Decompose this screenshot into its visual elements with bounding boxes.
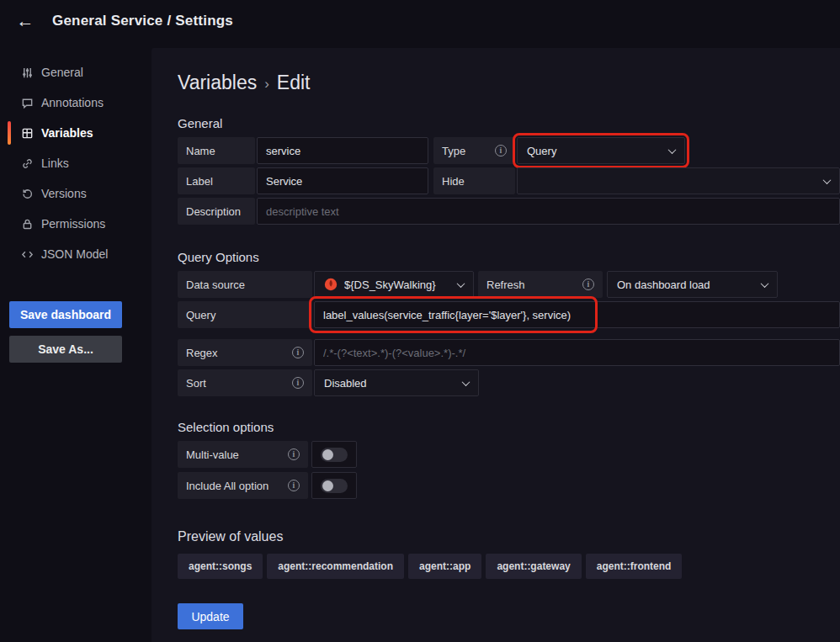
name-type-row: Name Type Query <box>178 137 840 164</box>
label-label: Label <box>178 167 255 194</box>
preview-value-chip: agent::gateway <box>486 554 581 579</box>
save-dashboard-button[interactable]: Save dashboard <box>9 301 122 328</box>
refresh-label-cell: Refresh <box>478 271 603 298</box>
sidebar-item-variables[interactable]: Variables <box>0 118 152 148</box>
page-title: General Service / Settings <box>52 13 233 29</box>
multi-value-label: Multi-value <box>186 448 239 461</box>
hide-label: Hide <box>433 167 515 194</box>
sidebar-item-versions[interactable]: Versions <box>0 178 152 209</box>
switch-track <box>321 479 348 493</box>
selection-options-heading: Selection options <box>178 420 840 434</box>
back-arrow-icon: ← <box>17 11 35 31</box>
regex-label: Regex <box>186 347 218 359</box>
code-icon <box>20 247 34 261</box>
switch-knob <box>322 449 333 460</box>
sidebar-item-label: Links <box>41 157 69 170</box>
label-input[interactable] <box>257 167 428 194</box>
refresh-select-value: On dashboard load <box>617 279 755 291</box>
type-select-value: Query <box>527 145 662 157</box>
chevron-down-icon <box>761 279 769 288</box>
chevron-down-icon <box>668 146 677 154</box>
include-all-label-cell: Include All option <box>178 472 308 499</box>
hide-select[interactable] <box>517 167 840 194</box>
preview-value-chip: agent::recommendation <box>267 554 404 579</box>
multi-value-toggle[interactable] <box>311 441 357 468</box>
sort-select-value: Disabled <box>324 377 456 390</box>
regex-label-cell: Regex <box>178 339 312 366</box>
breadcrumb-variables[interactable]: Variables <box>178 72 257 94</box>
link-icon <box>20 157 34 170</box>
description-input[interactable] <box>257 198 840 225</box>
sort-select[interactable]: Disabled <box>314 369 479 396</box>
multi-value-row: Multi-value <box>178 441 840 468</box>
comment-icon <box>20 96 34 109</box>
include-all-label: Include All option <box>186 480 268 492</box>
sidebar-item-label: JSON Model <box>41 247 108 261</box>
sort-label-cell: Sort <box>178 369 312 396</box>
settings-sidebar: General Annotations Variables <box>0 42 152 642</box>
sidebar-item-permissions[interactable]: Permissions <box>0 209 152 239</box>
variables-edit-panel: Variables › Edit General Name Type Query <box>152 48 840 642</box>
sidebar-item-label: Variables <box>41 126 93 140</box>
type-select[interactable]: Query <box>517 137 685 164</box>
name-label: Name <box>178 137 255 164</box>
switch-knob <box>322 480 333 491</box>
datasource-select[interactable]: ${DS_SkyWalking} <box>314 271 474 298</box>
info-icon[interactable] <box>582 279 594 290</box>
info-icon[interactable] <box>288 448 300 460</box>
info-icon[interactable] <box>288 480 300 491</box>
sidebar-item-annotations[interactable]: Annotations <box>0 88 152 118</box>
sort-label: Sort <box>186 377 206 390</box>
type-label: Type <box>442 145 465 157</box>
back-button[interactable]: ← <box>12 8 39 34</box>
sort-row: Sort Disabled <box>178 369 840 396</box>
regex-row: Regex <box>178 339 840 366</box>
breadcrumb-edit: Edit <box>277 72 311 94</box>
chevron-down-icon <box>457 279 465 288</box>
selection-options-section: Selection options Multi-value Include <box>178 420 840 499</box>
breadcrumb-separator-icon: › <box>264 76 269 93</box>
name-input[interactable] <box>257 137 428 164</box>
sidebar-item-label: General <box>41 66 83 79</box>
preview-values-list: agent::songs agent::recommendation agent… <box>178 554 840 579</box>
preview-section: Preview of values agent::songs agent::re… <box>178 529 840 579</box>
sliders-icon <box>20 66 34 79</box>
type-label-cell: Type <box>433 137 515 164</box>
skywalking-datasource-icon <box>324 278 338 291</box>
query-label: Query <box>178 301 312 328</box>
lock-icon <box>20 217 34 231</box>
general-heading: General <box>178 116 840 130</box>
info-icon[interactable] <box>495 145 507 157</box>
app-root: ← General Service / Settings General <box>0 0 840 642</box>
grid-icon <box>20 126 34 140</box>
description-row: Description <box>178 198 840 225</box>
preview-value-chip: agent::frontend <box>586 554 683 579</box>
sidebar-item-label: Annotations <box>41 96 104 109</box>
update-button[interactable]: Update <box>178 603 243 629</box>
include-all-toggle[interactable] <box>311 472 357 499</box>
datasource-select-value: ${DS_SkyWalking} <box>344 279 451 291</box>
settings-header: ← General Service / Settings <box>0 0 840 42</box>
query-row: Query <box>178 301 840 328</box>
sidebar-item-links[interactable]: Links <box>0 148 152 178</box>
history-icon <box>20 187 34 200</box>
info-icon[interactable] <box>292 377 304 389</box>
info-icon[interactable] <box>292 347 304 358</box>
save-as-button[interactable]: Save As... <box>9 336 122 363</box>
include-all-row: Include All option <box>178 472 840 499</box>
sidebar-item-label: Permissions <box>41 217 105 231</box>
description-label: Description <box>178 198 255 225</box>
switch-track <box>321 448 348 462</box>
general-section: General Name Type Query Label <box>178 116 840 225</box>
sidebar-item-general[interactable]: General <box>0 57 152 88</box>
query-input[interactable] <box>314 301 840 328</box>
query-options-section: Query Options Data source ${DS_SkyWalkin… <box>178 250 840 396</box>
chevron-down-icon <box>823 176 832 184</box>
sidebar-item-json-model[interactable]: JSON Model <box>0 239 152 269</box>
active-indicator <box>8 121 11 145</box>
refresh-label: Refresh <box>486 279 525 291</box>
datasource-label: Data source <box>178 271 312 298</box>
regex-input[interactable] <box>314 339 840 366</box>
refresh-select[interactable]: On dashboard load <box>607 271 778 298</box>
preview-heading: Preview of values <box>178 529 840 544</box>
